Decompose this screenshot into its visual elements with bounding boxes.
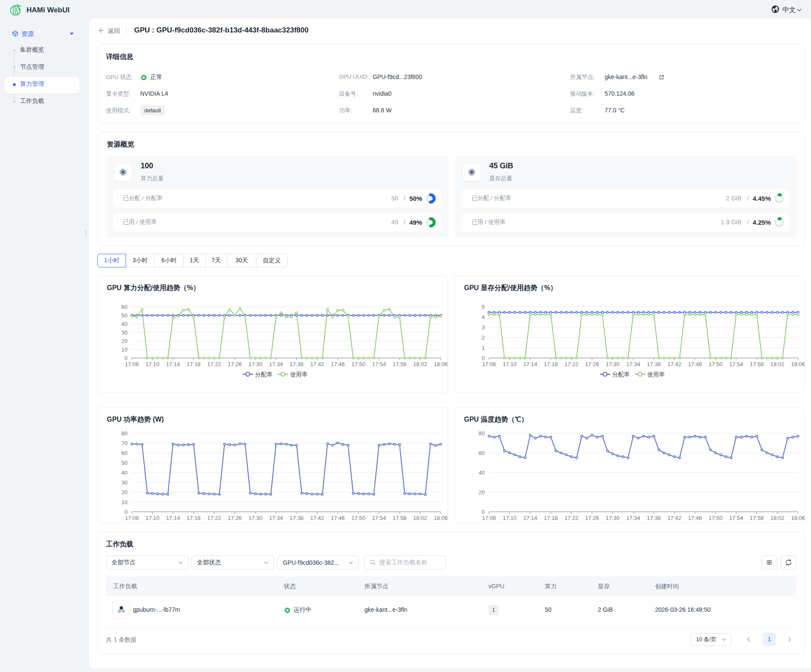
svg-text:20: 20 [121, 338, 127, 344]
svg-text:17:26: 17:26 [585, 515, 599, 521]
svg-text:分配率: 分配率 [255, 371, 273, 378]
svg-text:17:06: 17:06 [125, 515, 139, 521]
svg-text:70: 70 [121, 440, 127, 446]
svg-text:4: 4 [482, 314, 485, 320]
svg-text:17:30: 17:30 [248, 361, 262, 367]
svg-text:17:58: 17:58 [393, 361, 407, 367]
svg-text:40: 40 [121, 470, 127, 476]
svg-text:2: 2 [482, 335, 485, 341]
svg-text:17:18: 17:18 [544, 515, 558, 521]
svg-text:60: 60 [479, 450, 485, 456]
svg-text:17:46: 17:46 [688, 515, 702, 521]
svg-text:17:34: 17:34 [269, 361, 283, 367]
svg-text:5: 5 [482, 304, 485, 310]
svg-text:18:06: 18:06 [791, 515, 805, 521]
svg-text:17:14: 17:14 [166, 515, 180, 521]
svg-text:17:10: 17:10 [145, 515, 159, 521]
svg-text:17:38: 17:38 [290, 515, 304, 521]
svg-text:17:18: 17:18 [544, 361, 558, 367]
svg-text:17:34: 17:34 [626, 361, 641, 367]
svg-text:17:26: 17:26 [228, 515, 242, 521]
svg-text:17:50: 17:50 [708, 515, 723, 521]
svg-text:17:34: 17:34 [269, 515, 283, 521]
svg-text:使用率: 使用率 [290, 371, 308, 378]
svg-text:17:38: 17:38 [290, 361, 304, 367]
svg-text:17:06: 17:06 [125, 361, 139, 367]
svg-text:17:42: 17:42 [310, 361, 324, 367]
svg-text:17:50: 17:50 [351, 515, 365, 521]
svg-text:20: 20 [479, 489, 485, 496]
svg-text:17:54: 17:54 [729, 361, 743, 367]
svg-text:17:50: 17:50 [708, 361, 723, 367]
svg-text:18:02: 18:02 [770, 515, 785, 521]
svg-text:分配率: 分配率 [612, 371, 630, 378]
svg-text:17:46: 17:46 [688, 361, 702, 367]
svg-text:50: 50 [121, 460, 127, 466]
svg-text:17:30: 17:30 [605, 361, 620, 367]
svg-text:40: 40 [121, 321, 127, 327]
svg-text:17:14: 17:14 [523, 361, 538, 367]
svg-text:17:26: 17:26 [585, 361, 599, 367]
svg-text:17:54: 17:54 [372, 361, 386, 367]
svg-text:17:10: 17:10 [502, 515, 517, 521]
svg-text:30: 30 [121, 479, 127, 486]
svg-text:17:42: 17:42 [310, 515, 324, 521]
svg-text:17:22: 17:22 [207, 361, 221, 367]
svg-text:40: 40 [479, 470, 485, 476]
svg-text:17:18: 17:18 [187, 361, 201, 367]
svg-text:17:10: 17:10 [145, 361, 159, 367]
svg-text:使用率: 使用率 [647, 371, 665, 378]
svg-text:17:58: 17:58 [750, 515, 764, 521]
svg-text:0: 0 [124, 509, 127, 515]
svg-text:17:22: 17:22 [207, 515, 221, 521]
svg-text:0: 0 [482, 509, 485, 515]
svg-text:17:58: 17:58 [750, 361, 764, 367]
svg-text:10: 10 [121, 346, 127, 353]
svg-text:17:50: 17:50 [351, 361, 365, 367]
svg-text:17:06: 17:06 [482, 361, 496, 367]
svg-text:17:22: 17:22 [564, 515, 579, 521]
svg-text:60: 60 [121, 450, 127, 456]
svg-text:17:18: 17:18 [187, 515, 201, 521]
svg-text:17:54: 17:54 [729, 515, 743, 521]
svg-text:30: 30 [121, 329, 127, 336]
svg-text:18:02: 18:02 [413, 361, 427, 367]
svg-text:17:46: 17:46 [331, 361, 345, 367]
svg-text:17:42: 17:42 [667, 361, 682, 367]
svg-text:18:06: 18:06 [434, 361, 447, 367]
svg-text:17:42: 17:42 [667, 515, 682, 521]
svg-text:80: 80 [479, 430, 485, 437]
svg-text:18:02: 18:02 [413, 515, 427, 521]
svg-text:18:06: 18:06 [791, 361, 805, 367]
svg-text:17:46: 17:46 [331, 515, 345, 521]
svg-text:17:38: 17:38 [647, 515, 661, 521]
svg-text:17:34: 17:34 [626, 515, 641, 521]
svg-text:17:58: 17:58 [393, 515, 407, 521]
svg-text:0: 0 [124, 355, 127, 361]
svg-text:3: 3 [482, 324, 485, 331]
svg-text:17:10: 17:10 [502, 361, 517, 367]
svg-text:17:30: 17:30 [605, 515, 620, 521]
svg-text:10: 10 [121, 499, 127, 505]
svg-text:17:06: 17:06 [482, 515, 496, 521]
svg-text:17:14: 17:14 [523, 515, 538, 521]
svg-text:18:06: 18:06 [434, 515, 447, 521]
svg-text:17:38: 17:38 [647, 361, 661, 367]
svg-text:50: 50 [121, 312, 127, 319]
svg-text:17:26: 17:26 [228, 361, 242, 367]
svg-text:17:30: 17:30 [248, 515, 262, 521]
svg-text:18:02: 18:02 [770, 361, 785, 367]
svg-text:1: 1 [482, 345, 485, 351]
svg-text:80: 80 [121, 430, 127, 437]
svg-text:0: 0 [482, 355, 485, 361]
svg-text:60: 60 [121, 304, 127, 310]
svg-text:17:54: 17:54 [372, 515, 386, 521]
svg-text:17:22: 17:22 [564, 361, 579, 367]
svg-text:20: 20 [121, 489, 127, 496]
svg-text:17:14: 17:14 [166, 361, 180, 367]
